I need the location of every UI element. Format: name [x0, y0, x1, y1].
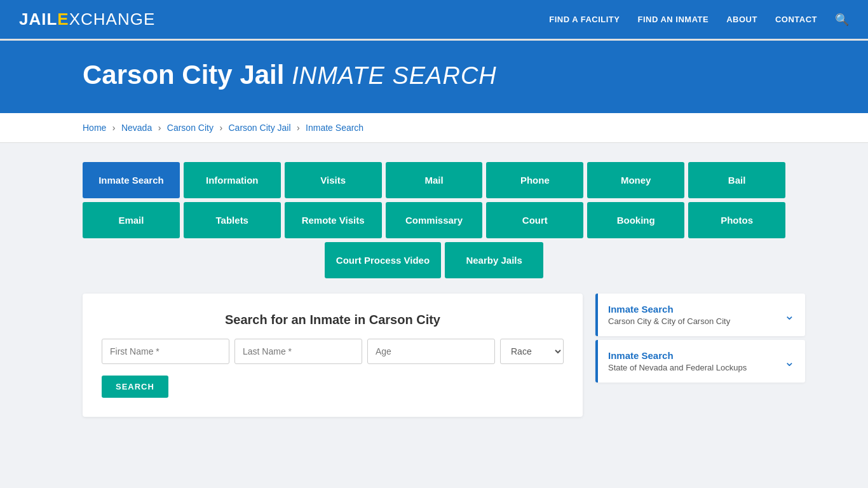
- chevron-down-icon-2: ⌄: [784, 354, 795, 369]
- sidebar-item-2-title: Inmate Search: [608, 350, 747, 361]
- search-card: Search for an Inmate in Carson City Race…: [83, 294, 583, 417]
- tab-email[interactable]: Email: [83, 202, 180, 238]
- tab-photos[interactable]: Photos: [688, 202, 785, 238]
- tab-remote-visits[interactable]: Remote Visits: [285, 202, 382, 238]
- tab-visits[interactable]: Visits: [285, 162, 382, 198]
- logo-exchange: XCHANGE: [69, 10, 156, 29]
- sidebar-item-1[interactable]: Inmate Search Carson City & City of Cars…: [595, 294, 805, 336]
- sidebar-item-1-text: Inmate Search Carson City & City of Cars…: [608, 304, 730, 326]
- breadcrumb: Home › Nevada › Carson City › Carson Cit…: [0, 113, 868, 143]
- sidebar: Inmate Search Carson City & City of Cars…: [595, 294, 805, 386]
- logo-jail: JAIL: [19, 10, 57, 29]
- nav-find-facility[interactable]: FIND A FACILITY: [549, 15, 620, 24]
- tab-row-1: Inmate Search Information Visits Mail Ph…: [83, 162, 785, 198]
- logo[interactable]: JAILEXCHANGE: [19, 10, 155, 29]
- logo-x: E: [57, 10, 69, 29]
- hero-title-bold: Carson City Jail: [83, 60, 284, 90]
- navbar: JAILEXCHANGE FIND A FACILITY FIND AN INM…: [0, 0, 868, 41]
- tab-nearby-jails[interactable]: Nearby Jails: [445, 242, 543, 278]
- nav-about[interactable]: ABOUT: [726, 15, 757, 24]
- tab-mail[interactable]: Mail: [386, 162, 483, 198]
- breadcrumb-jail[interactable]: Carson City Jail: [229, 123, 291, 133]
- sidebar-item-2-subtitle: State of Nevada and Federal Lockups: [608, 363, 747, 372]
- main-content: Inmate Search Information Visits Mail Ph…: [0, 143, 868, 436]
- tab-phone[interactable]: Phone: [486, 162, 583, 198]
- race-select[interactable]: Race White Black Hispanic Asian Other: [500, 339, 564, 364]
- search-form: Race White Black Hispanic Asian Other: [102, 339, 564, 364]
- page-title: Carson City Jail INMATE SEARCH: [83, 60, 785, 90]
- sidebar-item-2[interactable]: Inmate Search State of Nevada and Federa…: [595, 340, 805, 383]
- tab-row-3: Court Process Video Nearby Jails: [83, 242, 785, 278]
- sidebar-item-1-subtitle: Carson City & City of Carson City: [608, 316, 730, 326]
- tab-booking[interactable]: Booking: [587, 202, 684, 238]
- search-title: Search for an Inmate in Carson City: [102, 313, 564, 327]
- chevron-down-icon-1: ⌄: [784, 308, 795, 323]
- tab-commissary[interactable]: Commissary: [386, 202, 483, 238]
- nav-contact[interactable]: CONTACT: [775, 15, 817, 24]
- search-icon[interactable]: 🔍: [835, 13, 849, 27]
- sidebar-item-1-title: Inmate Search: [608, 304, 730, 315]
- breadcrumb-current: Inmate Search: [306, 123, 363, 133]
- breadcrumb-carson-city[interactable]: Carson City: [167, 123, 214, 133]
- breadcrumb-sep-1: ›: [112, 123, 116, 133]
- tab-tablets[interactable]: Tablets: [184, 202, 281, 238]
- sidebar-item-2-text: Inmate Search State of Nevada and Federa…: [608, 350, 747, 372]
- breadcrumb-nevada[interactable]: Nevada: [121, 123, 152, 133]
- hero-banner: Carson City Jail INMATE SEARCH: [0, 41, 868, 113]
- tab-bail[interactable]: Bail: [688, 162, 785, 198]
- tab-court-process-video[interactable]: Court Process Video: [325, 242, 441, 278]
- tab-row-2: Email Tablets Remote Visits Commissary C…: [83, 202, 785, 238]
- tab-inmate-search[interactable]: Inmate Search: [83, 162, 180, 198]
- breadcrumb-sep-3: ›: [219, 123, 222, 133]
- age-input[interactable]: [367, 339, 495, 364]
- search-sidebar-wrapper: Search for an Inmate in Carson City Race…: [83, 294, 785, 417]
- breadcrumb-home[interactable]: Home: [83, 123, 106, 133]
- tab-money[interactable]: Money: [587, 162, 684, 198]
- first-name-input[interactable]: [102, 339, 229, 364]
- last-name-input[interactable]: [234, 339, 362, 364]
- nav-links: FIND A FACILITY FIND AN INMATE ABOUT CON…: [549, 13, 849, 27]
- hero-title-italic: INMATE SEARCH: [292, 62, 497, 89]
- tab-information[interactable]: Information: [184, 162, 281, 198]
- breadcrumb-sep-2: ›: [158, 123, 161, 133]
- search-button[interactable]: SEARCH: [102, 376, 168, 398]
- nav-find-inmate[interactable]: FIND AN INMATE: [637, 15, 709, 24]
- breadcrumb-sep-4: ›: [297, 123, 300, 133]
- tab-court[interactable]: Court: [486, 202, 583, 238]
